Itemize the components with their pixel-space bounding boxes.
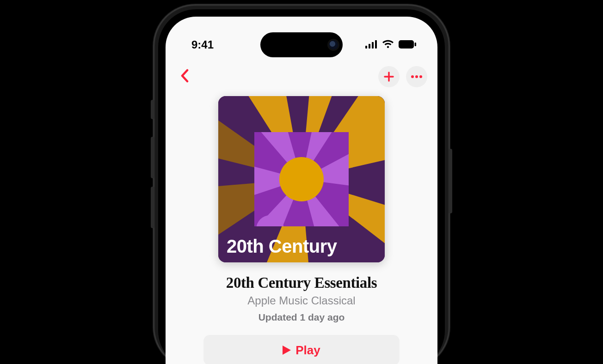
nav-bar [166, 63, 437, 91]
status-time: 9:41 [191, 38, 214, 51]
playlist-artwork[interactable]: 20th Century [218, 96, 385, 262]
svg-rect-1 [369, 44, 370, 49]
add-button[interactable] [378, 66, 400, 87]
chevron-left-icon [180, 69, 189, 83]
artwork-label: 20th Century [227, 236, 337, 257]
cellular-icon [365, 38, 377, 51]
front-camera-icon [329, 40, 338, 49]
playlist-updated: Updated 1 day ago [258, 312, 345, 323]
volume-up-button [151, 137, 154, 178]
more-button[interactable] [406, 66, 427, 87]
svg-point-27 [279, 157, 324, 201]
playlist-content: 20th Century 20th Century Essentials App… [166, 89, 437, 364]
play-button[interactable]: Play [203, 335, 400, 364]
svg-point-9 [415, 75, 418, 78]
svg-rect-4 [399, 40, 414, 49]
svg-rect-3 [375, 40, 377, 49]
play-label: Play [295, 343, 320, 358]
plus-icon [384, 72, 394, 82]
screen: 9:41 [166, 17, 437, 364]
battery-icon [399, 38, 416, 51]
svg-point-10 [419, 75, 422, 78]
svg-marker-29 [283, 346, 291, 355]
device-frame: 9:41 [154, 5, 449, 364]
back-button[interactable] [176, 66, 193, 87]
mute-switch [151, 100, 154, 119]
svg-rect-0 [365, 46, 367, 49]
svg-rect-2 [372, 42, 374, 49]
playlist-title: 20th Century Essentials [226, 274, 377, 291]
ellipsis-icon [411, 75, 423, 79]
svg-point-8 [411, 75, 414, 78]
volume-down-button [151, 187, 154, 228]
dynamic-island [260, 32, 343, 57]
play-icon [283, 346, 291, 355]
wifi-icon [382, 38, 394, 51]
playlist-curator[interactable]: Apple Music Classical [247, 294, 355, 307]
svg-rect-5 [415, 42, 417, 46]
side-button [449, 149, 452, 213]
